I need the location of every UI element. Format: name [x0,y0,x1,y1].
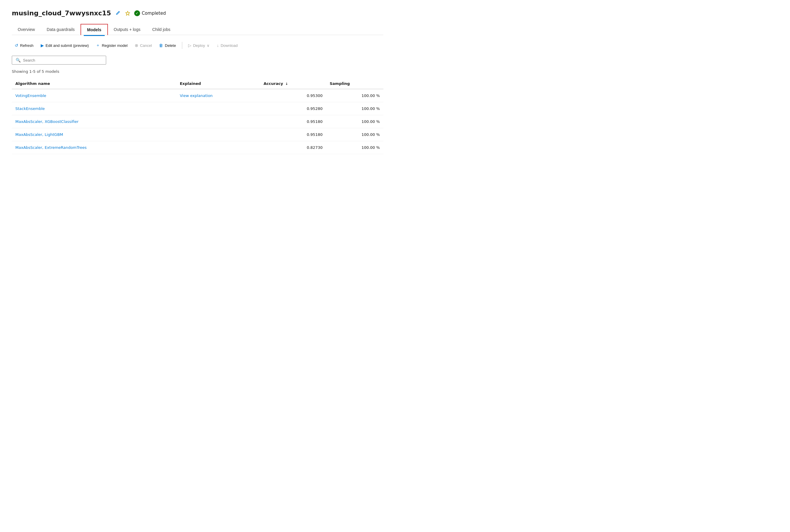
algorithm-link-0[interactable]: VotingEnsemble [15,93,46,98]
register-model-button[interactable]: ＋ Register model [93,41,130,50]
sampling-value-3: 100.00 % [326,128,383,141]
accuracy-value-4: 0.82730 [260,141,326,154]
plus-icon: ＋ [96,43,100,48]
deploy-icon: ▷ [188,43,191,48]
showing-count: Showing 1-5 of 5 models [12,69,383,74]
accuracy-value-1: 0.95280 [260,102,326,115]
page-title: musing_cloud_7wwysnxc15 [12,10,111,17]
download-icon: ↓ [217,43,219,48]
table-row: MaxAbsScaler, XGBoostClassifier 0.95180 … [12,115,383,128]
sampling-value-1: 100.00 % [326,102,383,115]
algorithm-link-4[interactable]: MaxAbsScaler, ExtremeRandomTrees [15,145,87,150]
cancel-icon: ⊗ [135,43,138,48]
explained-empty-3 [176,128,260,141]
refresh-button[interactable]: ↺ Refresh [12,41,37,50]
column-explained: Explained [176,78,260,89]
view-explanation-link-0[interactable]: View explanation [180,93,213,98]
favorite-button[interactable] [124,10,131,16]
search-input[interactable] [23,58,102,62]
edit-submit-button[interactable]: ▶ Edit and submit (preview) [38,41,92,50]
table-row: MaxAbsScaler, LightGBM 0.95180 100.00 % [12,128,383,141]
tab-outputs-logs[interactable]: Outputs + logs [108,24,147,35]
completed-icon: ✓ [134,10,140,16]
explained-empty-1 [176,102,260,115]
cancel-button[interactable]: ⊗ Cancel [132,41,155,50]
status-badge: ✓ Completed [134,10,166,16]
algorithm-link-3[interactable]: MaxAbsScaler, LightGBM [15,132,63,137]
accuracy-value-3: 0.95180 [260,128,326,141]
algorithm-link-2[interactable]: MaxAbsScaler, XGBoostClassifier [15,119,78,124]
sort-arrow-icon: ↓ [285,82,288,86]
deploy-chevron-icon: ∨ [207,43,210,48]
tab-overview[interactable]: Overview [12,24,41,35]
download-button[interactable]: ↓ Download [214,41,241,50]
column-accuracy[interactable]: Accuracy ↓ [260,78,326,89]
tab-data-guardrails[interactable]: Data guardrails [41,24,80,35]
toolbar-divider [182,42,182,49]
accuracy-value-0: 0.95300 [260,89,326,102]
models-table: Algorithm name Explained Accuracy ↓ Samp… [12,78,383,154]
sampling-value-0: 100.00 % [326,89,383,102]
table-row: VotingEnsemble View explanation 0.95300 … [12,89,383,102]
tab-models[interactable]: Models [80,24,108,35]
table-row: StackEnsemble 0.95280 100.00 % [12,102,383,115]
search-box: 🔍 [12,56,106,64]
deploy-button[interactable]: ▷ Deploy ∨ [185,41,213,50]
edit-title-button[interactable] [114,10,121,16]
delete-button[interactable]: 🗑 Delete [156,41,179,50]
tab-child-jobs[interactable]: Child jobs [146,24,176,35]
sampling-value-4: 100.00 % [326,141,383,154]
refresh-icon: ↺ [15,43,18,48]
toolbar: ↺ Refresh ▶ Edit and submit (preview) ＋ … [12,41,383,50]
accuracy-value-2: 0.95180 [260,115,326,128]
explained-empty-2 [176,115,260,128]
column-sampling: Sampling [326,78,383,89]
search-icon: 🔍 [16,58,21,62]
algorithm-link-1[interactable]: StackEnsemble [15,107,45,111]
sampling-value-2: 100.00 % [326,115,383,128]
column-algorithm: Algorithm name [12,78,176,89]
play-icon: ▶ [41,43,44,48]
table-row: MaxAbsScaler, ExtremeRandomTrees 0.82730… [12,141,383,154]
trash-icon: 🗑 [159,43,163,48]
tab-bar: Overview Data guardrails Models Outputs … [12,24,383,35]
explained-empty-4 [176,141,260,154]
svg-marker-0 [126,11,130,15]
